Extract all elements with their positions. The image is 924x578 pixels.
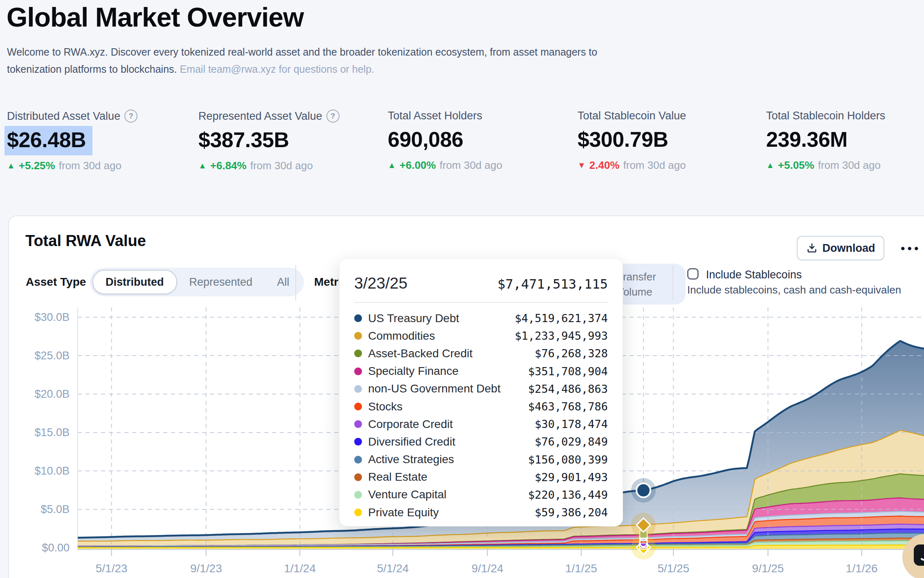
series-label: Venture Capital (368, 488, 446, 501)
tooltip-date: 3/23/25 (354, 274, 407, 292)
tooltip-row: Stocks$463,768,786 (354, 398, 608, 415)
series-label: Stocks (368, 400, 402, 413)
series-dot-icon (354, 491, 362, 499)
series-label: Diversified Credit (368, 435, 455, 448)
series-label: non-US Government Debt (368, 382, 501, 395)
series-label: Corporate Credit (368, 418, 453, 431)
svg-text:1/1/25: 1/1/25 (565, 562, 597, 575)
series-dot-icon (354, 456, 362, 464)
svg-text:$20.0B: $20.0B (34, 388, 70, 400)
series-value: $30,178,474 (535, 418, 608, 430)
svg-text:$15.0B: $15.0B (34, 426, 70, 439)
series-dot-icon (354, 349, 362, 357)
svg-text:9/1/23: 9/1/23 (190, 562, 222, 575)
svg-text:$5.0B: $5.0B (40, 503, 70, 515)
tooltip-row: Real Estate$29,901,493 (354, 468, 608, 486)
svg-text:$0.00: $0.00 (42, 542, 70, 554)
svg-text:9/1/25: 9/1/25 (752, 562, 784, 575)
tooltip-header: 3/23/25 $7,471,513,115 (354, 274, 608, 292)
svg-text:9/1/24: 9/1/24 (472, 562, 504, 575)
global-market-overview-page: Global Market Overview Welcome to RWA.xy… (0, 0, 924, 578)
series-value: $220,136,449 (528, 488, 608, 501)
series-dot-icon (354, 509, 362, 516)
tooltip-row: US Treasury Debt$4,519,621,374 (354, 309, 608, 327)
series-value: $76,029,849 (535, 435, 608, 448)
svg-text:1/1/26: 1/1/26 (846, 562, 878, 575)
series-dot-icon (354, 332, 362, 340)
svg-text:$10.0B: $10.0B (34, 465, 70, 477)
tooltip-row: Private Equity$59,386,204 (354, 504, 608, 521)
tooltip-total: $7,471,513,115 (497, 276, 608, 292)
tooltip-divider (354, 302, 608, 303)
series-label: Real Estate (368, 470, 427, 484)
series-label: Commodities (368, 329, 435, 343)
series-value: $463,768,786 (528, 400, 608, 413)
svg-text:5/1/25: 5/1/25 (657, 562, 689, 575)
svg-text:5/1/24: 5/1/24 (377, 562, 409, 575)
series-value: $351,708,904 (528, 365, 608, 378)
tooltip-row: Specialty Finance$351,708,904 (354, 363, 608, 380)
series-label: Specialty Finance (368, 365, 459, 378)
series-label: US Treasury Debt (368, 312, 459, 325)
series-label: Private Equity (368, 506, 439, 519)
series-value: $156,080,399 (528, 453, 608, 466)
tooltip-row: non-US Government Debt$254,486,863 (354, 380, 608, 398)
series-label: Asset-Backed Credit (368, 347, 472, 360)
tooltip-row: Venture Capital$220,136,449 (354, 486, 608, 504)
series-value: $4,519,621,374 (515, 312, 608, 325)
series-value: $1,233,945,993 (515, 329, 608, 342)
series-value: $254,486,863 (528, 383, 608, 395)
series-dot-icon (354, 385, 362, 393)
series-value: $59,386,204 (535, 506, 608, 519)
series-dot-icon (354, 420, 362, 428)
svg-text:$25.0B: $25.0B (34, 349, 70, 362)
svg-text:$30.0B: $30.0B (34, 311, 70, 323)
tooltip-row: Corporate Credit$30,178,474 (354, 415, 608, 433)
series-dot-icon (354, 367, 362, 375)
chat-icon (914, 544, 924, 566)
series-label: Active Strategies (368, 453, 454, 466)
series-dot-icon (354, 438, 362, 446)
series-value: $76,268,328 (535, 347, 608, 360)
tooltip-row: Active Strategies$156,080,399 (354, 451, 608, 468)
series-dot-icon (354, 314, 362, 322)
tooltip-row: Commodities$1,233,945,993 (354, 327, 608, 345)
tooltip-row: Diversified Credit$76,029,849 (354, 433, 608, 450)
svg-text:5/1/23: 5/1/23 (96, 562, 128, 575)
svg-text:1/1/24: 1/1/24 (284, 562, 316, 575)
tooltip-row: Asset-Backed Credit$76,268,328 (354, 345, 608, 362)
chart-tooltip: 3/23/25 $7,471,513,115 US Treasury Debt$… (339, 258, 623, 526)
tooltip-rows: US Treasury Debt$4,519,621,374Commoditie… (354, 309, 608, 521)
series-value: $29,901,493 (535, 471, 608, 484)
series-dot-icon (354, 403, 362, 410)
series-dot-icon (354, 473, 362, 481)
